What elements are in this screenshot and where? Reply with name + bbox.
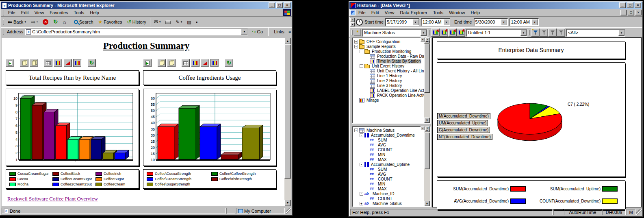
refresh-button[interactable]: ↻: [51, 17, 60, 26]
messenger-button[interactable]: ▪: [194, 17, 200, 26]
home-button[interactable]: ⌂: [60, 17, 68, 26]
menu-item[interactable]: Tools: [430, 9, 447, 16]
end-clock-combo[interactable]: 12:00 AM▾: [510, 18, 539, 26]
historian-titlebar[interactable]: Historian - [Data View3 *] _ □ ✕: [349, 2, 642, 9]
tree-item[interactable]: MIN: [353, 152, 424, 157]
tree-expand-toggle[interactable]: +: [360, 202, 363, 205]
tree-item[interactable]: -Accumulated_Uptime: [353, 162, 424, 167]
menu-item[interactable]: View: [32, 9, 47, 16]
menu-item[interactable]: File: [5, 9, 18, 16]
tree-item[interactable]: SUM: [353, 137, 424, 142]
tree-item[interactable]: MIN: [353, 181, 424, 186]
toolbar-grip[interactable]: [529, 30, 530, 35]
go-button[interactable]: ↪Go: [249, 28, 265, 35]
tree-item[interactable]: COUNT: [353, 196, 424, 201]
table-combo[interactable]: Machine Status▾: [362, 29, 427, 37]
toolbar-close-button[interactable]: ✕: [350, 18, 355, 22]
tree-item[interactable]: MAX: [353, 186, 424, 191]
ie-titlebar[interactable]: e Production Summary - Microsoft Interne…: [1, 2, 292, 9]
menubar-grip[interactable]: [3, 10, 4, 15]
tree-item[interactable]: Production Monitoring: [353, 49, 424, 54]
chevron-down-icon[interactable]: ▾: [443, 19, 449, 25]
tree-item[interactable]: Line 2 History: [353, 78, 424, 83]
edit-button[interactable]: ✎▾: [173, 17, 184, 26]
back-button[interactable]: ⇐Back▾: [5, 17, 28, 26]
data-view-combo[interactable]: Untitled 1:1▾: [466, 29, 527, 37]
pane-pin-button[interactable]: ▾: [421, 126, 425, 130]
scroll-up-button[interactable]: ▲: [284, 38, 291, 44]
menu-item[interactable]: View: [382, 9, 397, 16]
restore-button[interactable]: □: [627, 2, 633, 8]
filter-combo[interactable]: <All>▾: [566, 29, 625, 37]
delete-data-view-button[interactable]: [457, 28, 465, 37]
coffee-plant-overview-link[interactable]: Rockwell Software Coffee Plant Overview: [7, 196, 98, 202]
pane-close-button[interactable]: ✕: [425, 37, 430, 41]
tree-item[interactable]: PACK Operation Line Activity: [353, 93, 424, 98]
toolbar-grip[interactable]: [351, 30, 353, 35]
bar-chart-button[interactable]: [54, 59, 62, 67]
tree-item[interactable]: Line 1 History: [353, 73, 424, 78]
tree-item[interactable]: COUNT: [353, 147, 424, 152]
tree-scrollbar[interactable]: ▲ ▼: [424, 127, 430, 206]
new-data-view-button[interactable]: [431, 28, 440, 37]
export-button[interactable]: [143, 59, 152, 67]
start-date-combo[interactable]: 5/17/1999▾: [385, 18, 419, 26]
scroll-thumb[interactable]: [424, 44, 430, 93]
addressbar-grip[interactable]: [3, 29, 4, 35]
save-filter-button[interactable]: [548, 28, 557, 37]
chevron-down-icon[interactable]: ▾: [501, 19, 507, 25]
discuss-button[interactable]: ▤: [184, 17, 193, 26]
mdi-minimize-button[interactable]: _: [620, 10, 627, 15]
chevron-down-icon[interactable]: ▾: [412, 19, 418, 25]
tree-expand-toggle[interactable]: -: [360, 133, 363, 137]
tree-expand-toggle[interactable]: +: [354, 40, 358, 44]
tree-item[interactable]: -Unit Event History: [353, 63, 424, 68]
menu-item[interactable]: Help: [468, 9, 483, 16]
refresh-chart-button[interactable]: ↻: [225, 59, 233, 67]
close-button[interactable]: ✕: [284, 2, 291, 8]
menu-item[interactable]: Edit: [369, 9, 382, 16]
area-chart-button[interactable]: [63, 59, 72, 67]
history-button[interactable]: ↺History: [125, 17, 149, 26]
edit-data-view-button[interactable]: [440, 28, 448, 37]
save-data-view-button[interactable]: [448, 28, 457, 37]
tree-item[interactable]: -Sample Reports: [353, 44, 424, 49]
chevron-down-icon[interactable]: ▾: [421, 30, 427, 36]
tree-expand-toggle[interactable]: -: [360, 192, 363, 196]
page-scrollbar[interactable]: ▲ ▼: [284, 38, 291, 206]
clear-filter-button[interactable]: [557, 28, 565, 37]
tree-item[interactable]: Unit Event History - All Lines: [353, 68, 424, 73]
scroll-down-button[interactable]: ▼: [284, 200, 291, 206]
copy-data-button[interactable]: [157, 59, 166, 67]
scroll-down-button[interactable]: ▼: [424, 201, 430, 206]
refresh-chart-button[interactable]: ↻: [87, 59, 96, 67]
menu-item[interactable]: Tools: [71, 9, 87, 16]
new-filter-button[interactable]: *: [531, 28, 540, 37]
table-view-button[interactable]: [181, 59, 190, 67]
address-dropdown-button[interactable]: ▾: [241, 28, 247, 35]
tree-expand-toggle[interactable]: -: [360, 64, 363, 68]
menu-item[interactable]: File: [356, 9, 369, 16]
close-button[interactable]: ✕: [635, 2, 641, 8]
tree-expand-toggle[interactable]: [360, 50, 363, 53]
tree-scrollbar[interactable]: ▲ ▼: [424, 38, 430, 123]
toolbar-grip[interactable]: [3, 19, 4, 25]
tree-item[interactable]: AVG: [353, 142, 424, 147]
tree-item[interactable]: AVG: [353, 172, 424, 177]
resize-grip[interactable]: [636, 209, 642, 215]
column-chart-button[interactable]: [210, 59, 219, 67]
scroll-thumb[interactable]: [424, 133, 430, 169]
table-view-button[interactable]: [44, 59, 52, 67]
tree-expand-toggle[interactable]: -: [360, 163, 363, 166]
copy-data-button[interactable]: [20, 59, 28, 67]
start-clock-combo[interactable]: 12:00 AM▾: [421, 18, 450, 26]
tree-item[interactable]: +Machine_Status: [353, 201, 424, 205]
tree-item[interactable]: -Machine Status: [353, 128, 424, 133]
favorites-button[interactable]: ★Favorites: [96, 17, 125, 26]
tree-item[interactable]: SUM: [353, 167, 424, 172]
menu-item[interactable]: Data Explorer: [397, 9, 430, 16]
resize-grip[interactable]: [286, 208, 291, 214]
print-button[interactable]: [163, 17, 173, 26]
area-chart-button[interactable]: [201, 59, 209, 67]
links-chevron[interactable]: »: [288, 29, 291, 34]
